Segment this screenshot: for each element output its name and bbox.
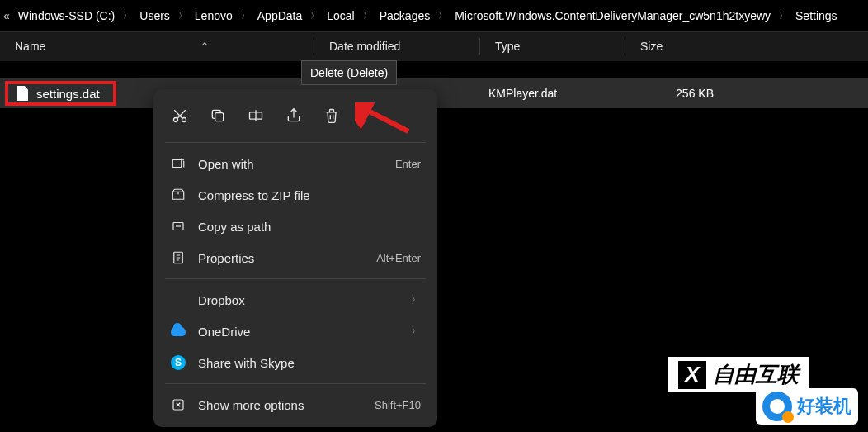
properties-icon xyxy=(170,249,186,266)
copy-button[interactable] xyxy=(206,104,229,127)
svg-point-1 xyxy=(182,118,186,122)
sort-chevron-icon: ⌃ xyxy=(200,40,209,52)
properties-item[interactable]: Properties Alt+Enter xyxy=(153,242,437,273)
column-header-name[interactable]: Name ⌃ xyxy=(0,40,314,53)
more-icon xyxy=(170,396,186,413)
breadcrumb-item[interactable]: Settings xyxy=(792,9,841,22)
watermark-text: 好装机 xyxy=(797,394,851,419)
chevron-right-icon[interactable]: 〉 xyxy=(305,10,323,21)
cut-button[interactable] xyxy=(168,104,191,127)
column-label: Type xyxy=(495,40,520,53)
share-button[interactable] xyxy=(282,104,305,127)
chevron-right-icon: 〉 xyxy=(411,325,421,339)
context-menu: Open with Enter Compress to ZIP file Cop… xyxy=(153,89,437,427)
chevron-right-icon[interactable]: 〉 xyxy=(774,10,792,21)
menu-label: Compress to ZIP file xyxy=(198,188,421,202)
column-header-size[interactable]: Size xyxy=(625,40,724,53)
chevron-right-icon[interactable]: 〉 xyxy=(118,10,136,21)
column-label: Name xyxy=(15,40,45,53)
column-label: Size xyxy=(640,40,663,53)
svg-rect-2 xyxy=(215,113,224,121)
show-more-item[interactable]: Show more options Shift+F10 xyxy=(153,389,437,420)
menu-separator xyxy=(165,278,426,279)
delete-tooltip: Delete (Delete) xyxy=(301,60,397,85)
dropbox-item[interactable]: Dropbox 〉 xyxy=(153,284,437,316)
skype-item[interactable]: S Share with Skype xyxy=(153,347,437,378)
menu-shortcut: Enter xyxy=(395,158,421,170)
zip-icon xyxy=(170,187,186,203)
compress-zip-item[interactable]: Compress to ZIP file xyxy=(153,179,437,211)
svg-rect-4 xyxy=(172,160,182,168)
chevron-right-icon: 〉 xyxy=(411,293,421,307)
watermark-haozhuangji: 好装机 xyxy=(756,388,858,425)
onedrive-icon xyxy=(170,323,186,339)
file-type: KMPlayer.dat xyxy=(479,87,623,100)
watermark-badge-icon xyxy=(762,392,792,421)
copy-path-item[interactable]: Copy as path xyxy=(153,211,437,242)
breadcrumb-item[interactable]: Windows-SSD (C:) xyxy=(15,9,118,22)
menu-label: Open with xyxy=(198,157,384,171)
file-icon xyxy=(17,86,28,101)
breadcrumb[interactable]: « Windows-SSD (C:)〉 Users〉 Lenovo〉 AppDa… xyxy=(0,0,868,31)
breadcrumb-item[interactable]: Local xyxy=(323,9,357,22)
column-header-type[interactable]: Type xyxy=(480,40,625,53)
onedrive-item[interactable]: OneDrive 〉 xyxy=(153,316,437,347)
breadcrumb-item[interactable]: Users xyxy=(136,9,173,22)
breadcrumb-overflow[interactable]: « xyxy=(3,9,15,22)
menu-separator xyxy=(165,383,426,384)
menu-label: Properties xyxy=(198,251,365,265)
chevron-right-icon[interactable]: 〉 xyxy=(236,10,254,21)
watermark-ziyouhulian: X 自由互联 xyxy=(668,357,809,392)
open-with-icon xyxy=(170,155,186,172)
menu-label: Dropbox xyxy=(198,293,399,307)
chevron-right-icon[interactable]: 〉 xyxy=(433,10,451,21)
file-name: settings.dat xyxy=(36,87,100,101)
breadcrumb-item[interactable]: Packages xyxy=(376,9,433,22)
dropbox-icon xyxy=(170,292,186,308)
rename-button[interactable] xyxy=(244,104,267,127)
breadcrumb-item[interactable]: AppData xyxy=(254,9,305,22)
menu-separator xyxy=(165,142,426,143)
menu-shortcut: Shift+F10 xyxy=(375,399,421,411)
context-toolbar xyxy=(153,96,437,137)
menu-label: Copy as path xyxy=(198,220,421,234)
menu-label: OneDrive xyxy=(198,325,399,339)
svg-point-0 xyxy=(174,118,178,122)
watermark-x-icon: X xyxy=(678,361,706,389)
breadcrumb-item[interactable]: Lenovo xyxy=(191,9,236,22)
copy-path-icon xyxy=(170,218,186,235)
skype-icon: S xyxy=(170,354,186,371)
menu-label: Show more options xyxy=(198,398,363,412)
delete-button[interactable] xyxy=(320,104,343,127)
breadcrumb-item[interactable]: Microsoft.Windows.ContentDeliveryManager… xyxy=(451,9,774,22)
open-with-item[interactable]: Open with Enter xyxy=(153,148,437,179)
column-label: Date modified xyxy=(329,40,400,53)
file-size: 256 KB xyxy=(623,87,722,100)
menu-label: Share with Skype xyxy=(198,356,421,370)
chevron-right-icon[interactable]: 〉 xyxy=(173,10,191,21)
menu-shortcut: Alt+Enter xyxy=(376,252,421,264)
watermark-text: 自由互联 xyxy=(713,360,799,389)
chevron-right-icon[interactable]: 〉 xyxy=(358,10,376,21)
column-header-row: Name ⌃ Date modified Type Size xyxy=(0,31,868,61)
column-header-date[interactable]: Date modified xyxy=(314,40,479,53)
